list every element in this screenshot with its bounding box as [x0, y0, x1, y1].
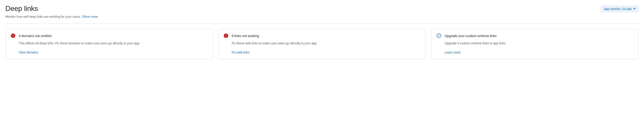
- divider: [5, 23, 639, 24]
- card-body: Upgrade 3 custom scheme links to app lin…: [445, 41, 633, 54]
- app-version-selector[interactable]: App version: 24.aab: [601, 5, 639, 12]
- learn-more-link[interactable]: Learn more: [445, 50, 460, 54]
- card-title: 6 links not working: [232, 34, 259, 38]
- card-domains-not-verified: 5 domains not verified This affects all …: [5, 29, 213, 60]
- card-description: This affects all deep links. Fix these d…: [19, 41, 207, 46]
- chevron-down-icon: [633, 8, 636, 10]
- card-header: 6 links not working: [224, 34, 420, 38]
- subtitle-row: Monitor how well deep links are working …: [5, 15, 98, 18]
- page-title: Deep links: [5, 4, 98, 13]
- card-header: Upgrade your custom scheme links: [437, 34, 633, 38]
- svg-rect-4: [226, 34, 226, 36]
- card-body: This affects all deep links. Fix these d…: [19, 41, 207, 54]
- card-title: 5 domains not verified: [19, 34, 52, 38]
- show-more-link[interactable]: Show more: [82, 15, 98, 18]
- cards-row: 5 domains not verified This affects all …: [5, 29, 639, 60]
- card-description: Fix these web links to make sure users g…: [232, 41, 420, 46]
- page-header: Deep links Monitor how well deep links a…: [5, 4, 639, 18]
- card-links-not-working: 6 links not working Fix these web links …: [218, 29, 426, 60]
- card-body: Fix these web links to make sure users g…: [232, 41, 420, 54]
- error-icon: [224, 34, 228, 38]
- error-icon: [11, 34, 15, 38]
- svg-rect-7: [439, 36, 439, 37]
- card-upgrade-custom-scheme: Upgrade your custom scheme links Upgrade…: [431, 29, 639, 60]
- svg-rect-8: [439, 34, 439, 35]
- svg-rect-5: [226, 36, 226, 37]
- view-domains-link[interactable]: View domains: [19, 50, 38, 54]
- card-title: Upgrade your custom scheme links: [445, 34, 496, 38]
- app-version-label: App version: 24.aab: [604, 7, 632, 11]
- card-description: Upgrade 3 custom scheme links to app lin…: [445, 41, 633, 46]
- info-icon: [437, 34, 441, 38]
- card-header: 5 domains not verified: [11, 34, 207, 38]
- svg-rect-1: [13, 34, 13, 36]
- svg-rect-2: [13, 36, 13, 37]
- page-subtitle: Monitor how well deep links are working …: [5, 15, 81, 18]
- fix-web-links-link[interactable]: Fix web links: [232, 50, 250, 54]
